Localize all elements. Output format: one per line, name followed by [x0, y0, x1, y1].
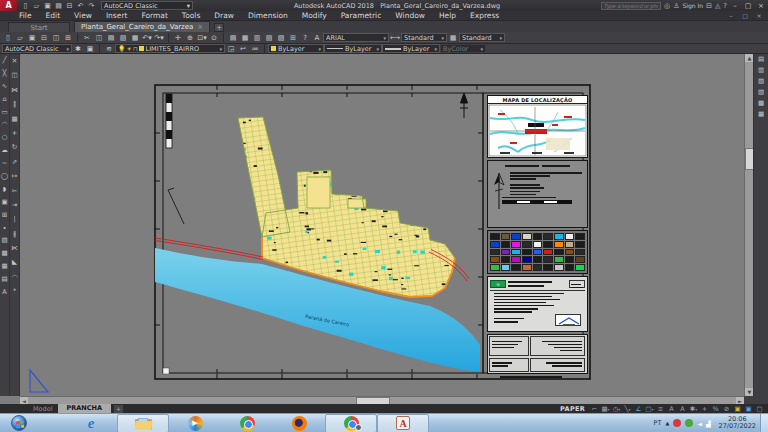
polygon-icon[interactable]: ⌂ [0, 93, 10, 106]
taskbar-internet-explorer[interactable]: e [65, 414, 117, 432]
app-store-icon[interactable]: ⊟ [706, 2, 712, 10]
close-button[interactable]: × [756, 2, 766, 10]
tray-volume-icon[interactable]: ◄ [697, 420, 702, 427]
plot-icon[interactable]: ⊟ [38, 33, 50, 43]
layer-previous-icon[interactable]: ↩ [237, 44, 249, 54]
doc-close-button[interactable]: × [754, 12, 764, 19]
autoscale-icon[interactable]: A [677, 404, 688, 414]
chamfer-icon[interactable]: ◣ [10, 255, 20, 269]
binoculars-search-icon[interactable]: ◎ [664, 2, 670, 10]
match-properties-icon[interactable]: ▨ [117, 33, 129, 43]
markup-icon[interactable]: ▨ [275, 33, 287, 43]
redo-icon[interactable]: ↷▾ [153, 33, 165, 43]
osnap-icon[interactable]: ▢▾ [644, 404, 655, 414]
qnew-icon[interactable]: ▯ [2, 33, 14, 43]
annotation-scale-icon[interactable]: ✱▾ [688, 404, 699, 414]
plot-icon[interactable]: ⊟ [64, 1, 75, 11]
zoom-realtime-icon[interactable]: ⊕ [184, 33, 196, 43]
taskbar-firefox[interactable] [273, 414, 325, 432]
block-editor-icon[interactable]: ▦ [129, 33, 141, 43]
erase-icon[interactable]: ✕ [10, 54, 20, 68]
paper-space-toggle[interactable]: PAPER [560, 405, 585, 413]
stay-connected-icon[interactable]: ◬ [715, 2, 720, 10]
sheet-set-icon[interactable]: ▧ [263, 33, 275, 43]
dim-style-icon[interactable]: ⟷ [389, 33, 401, 43]
point-icon[interactable]: ∙ [0, 222, 10, 235]
menu-insert[interactable]: Insert [99, 11, 135, 20]
taskbar-media-player[interactable]: ▶ [169, 414, 221, 432]
mtext-icon[interactable]: A [0, 286, 10, 299]
color-dropdown[interactable]: ByLayer ▾ [268, 44, 324, 53]
zoom-window-icon[interactable]: ⊡▾ [196, 33, 208, 43]
annotation-visibility-icon[interactable]: A [666, 404, 677, 414]
lineweight-dropdown[interactable]: ByLayer ▾ [382, 44, 440, 53]
construction-line-icon[interactable]: ╳ [0, 67, 10, 80]
pan-icon[interactable]: ✛ [172, 33, 184, 43]
help-icon[interactable]: ? [299, 33, 311, 43]
layout-tab-prancha[interactable]: PRANCHA [58, 404, 111, 413]
fillet-icon[interactable]: ◠ [10, 270, 20, 284]
offset-icon[interactable]: ∥ [10, 97, 20, 111]
layer-properties-icon[interactable]: ≋ [103, 44, 115, 54]
trim-icon[interactable]: ✂ [10, 184, 20, 198]
taskbar-chrome-profile[interactable] [325, 414, 377, 432]
saveas-icon[interactable]: ▤ [53, 1, 64, 11]
table-style-dropdown[interactable]: Standard▾ [459, 33, 505, 42]
minimize-button[interactable]: – [730, 2, 740, 10]
properties-icon[interactable]: ▤ [227, 33, 239, 43]
layer-states-icon[interactable]: ≔ [249, 44, 261, 54]
dim-style-dropdown[interactable]: Standard▾ [401, 33, 447, 42]
draworder-below-icon[interactable]: ▨ [755, 87, 768, 98]
spline-icon[interactable]: ~ [0, 157, 10, 170]
taskbar-autocad[interactable]: A [377, 414, 429, 432]
infer-constraints-icon[interactable]: ⌐ [589, 404, 600, 414]
workspace-toolbar-dropdown[interactable]: AutoCAD Classic▾ [2, 44, 72, 53]
hardware-accel-icon[interactable]: ▣ [743, 404, 754, 414]
table-style-icon[interactable]: ▦ [447, 33, 459, 43]
cut-icon[interactable]: ✂ [81, 33, 93, 43]
tray-network-icon[interactable]: ▟ [706, 420, 711, 427]
break-point-icon[interactable]: ∣ [10, 212, 20, 226]
publish-icon[interactable]: ⊞ [62, 33, 74, 43]
tray-clock[interactable]: 20:06 27/07/2022 [719, 416, 756, 431]
ellipse-icon[interactable]: ◯ [0, 170, 10, 183]
designcenter-icon[interactable]: ▦ [239, 33, 251, 43]
workspace-settings-icon[interactable]: ✱ [72, 44, 84, 54]
draworder-back-icon[interactable]: ▥ [755, 65, 768, 76]
mirror-icon[interactable]: ⋈ [10, 83, 20, 97]
drawing-canvas[interactable]: Paraná do Careiro [20, 54, 744, 396]
menu-dimension[interactable]: Dimension [241, 11, 295, 20]
copy-icon[interactable]: ◫ [10, 68, 20, 82]
stretch-icon[interactable]: ↦ [10, 169, 20, 183]
revcloud-icon[interactable]: ☁ [0, 144, 10, 157]
menu-express[interactable]: Express [463, 11, 506, 20]
draworder-above-icon[interactable]: ▧ [755, 76, 768, 87]
make-layer-current-icon[interactable]: ◲ [225, 44, 237, 54]
save-icon[interactable]: ▣ [42, 1, 53, 11]
new-tab-button[interactable]: + [214, 23, 224, 32]
scale-icon[interactable]: ⇗ [10, 155, 20, 169]
explode-icon[interactable]: * [10, 284, 20, 298]
lineweight-display-icon[interactable]: ≡ [655, 404, 666, 414]
paste-icon[interactable]: ▤ [105, 33, 117, 43]
workspace-save-icon[interactable]: ▣ [84, 44, 96, 54]
menu-file[interactable]: File [12, 11, 39, 20]
graphics-performance-icon[interactable]: ▣ [732, 404, 743, 414]
snap-mode-icon[interactable]: ▦▾ [600, 404, 611, 414]
polar-tracking-icon[interactable]: ╲▾ [622, 404, 633, 414]
menu-view[interactable]: View [67, 11, 99, 20]
menu-modify[interactable]: Modify [295, 11, 334, 20]
tab-start[interactable]: Start [8, 22, 70, 32]
extend-icon[interactable]: ⇥ [10, 198, 20, 212]
taskbar-chrome[interactable] [221, 414, 273, 432]
search-input[interactable] [601, 2, 661, 10]
rotate-icon[interactable]: ↻ [10, 140, 20, 154]
menu-help[interactable]: Help [432, 11, 463, 20]
draworder-front-icon[interactable]: ▤ [755, 54, 768, 65]
table-icon[interactable]: ▤ [0, 273, 10, 286]
break-icon[interactable]: ∦ [10, 227, 20, 241]
isolate-objects-icon[interactable]: ⊘ [721, 404, 732, 414]
doc-minimize-button[interactable]: – [726, 12, 736, 19]
region-icon[interactable]: ▦ [0, 260, 10, 273]
layer-dropdown[interactable]: 💡 ☀ ⊓ LIMITES_BAIRRO ▾ [115, 44, 225, 53]
